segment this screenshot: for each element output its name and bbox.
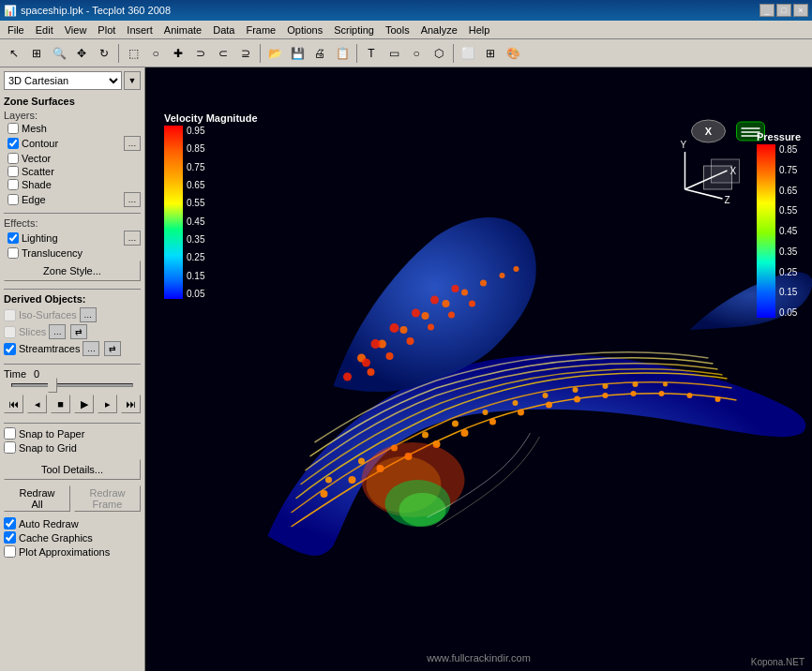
- toolbar-zoom-box[interactable]: ⊞: [26, 43, 47, 64]
- close-button[interactable]: ×: [793, 4, 808, 17]
- toolbar-select[interactable]: ⬚: [123, 43, 143, 64]
- mesh-checkbox[interactable]: [8, 123, 19, 134]
- cb-right-val-2: 0.75: [779, 165, 797, 175]
- time-slider-track[interactable]: [11, 383, 133, 387]
- toolbar-color[interactable]: 🎨: [503, 43, 523, 64]
- svg-point-33: [461, 290, 468, 296]
- menu-analyze[interactable]: Analyze: [415, 22, 463, 37]
- zone-style-button[interactable]: Zone Style...: [4, 261, 141, 281]
- play-button[interactable]: ▶: [74, 395, 94, 413]
- cb-left-val-2: 0.85: [187, 143, 204, 154]
- toolbar-rotate[interactable]: ↻: [94, 43, 114, 64]
- menu-data[interactable]: Data: [207, 22, 240, 37]
- skip-fwd-button[interactable]: ⏭: [121, 395, 141, 413]
- toolbar-st2[interactable]: ⊂: [213, 43, 233, 64]
- vector-label[interactable]: Vector: [22, 153, 51, 164]
- maximize-button[interactable]: □: [776, 4, 791, 17]
- menu-help[interactable]: Help: [463, 22, 496, 37]
- edge-checkbox[interactable]: [8, 194, 19, 205]
- svg-point-34: [480, 280, 487, 287]
- toolbar-grid[interactable]: ⊞: [480, 43, 501, 64]
- iso-surfaces-checkbox[interactable]: [4, 309, 16, 321]
- menu-options[interactable]: Options: [281, 22, 328, 37]
- mesh-label[interactable]: Mesh: [22, 123, 47, 134]
- toolbar-save[interactable]: 💾: [287, 43, 308, 64]
- redraw-frame-button[interactable]: RedrawFrame: [74, 485, 141, 512]
- menu-plot[interactable]: Plot: [92, 22, 121, 37]
- menu-scripting[interactable]: Scripting: [328, 22, 380, 37]
- skip-back-button[interactable]: ⏮: [4, 395, 23, 413]
- toolbar-geom2[interactable]: ○: [406, 43, 427, 64]
- stop-button[interactable]: ■: [51, 395, 70, 413]
- vector-checkbox[interactable]: [8, 153, 19, 164]
- lighting-label[interactable]: Lighting: [22, 232, 58, 244]
- streamtraces-button[interactable]: …: [83, 341, 99, 356]
- menu-edit[interactable]: Edit: [30, 22, 59, 37]
- streamtraces-extra-button[interactable]: ⇄: [104, 341, 121, 356]
- scatter-label[interactable]: Scatter: [22, 166, 54, 177]
- translucency-label[interactable]: Translucency: [22, 247, 83, 259]
- shade-label[interactable]: Shade: [22, 179, 52, 190]
- visualization-area[interactable]: X X Y Z Velocity Magnitude: [145, 67, 812, 671]
- toolbar-text[interactable]: T: [361, 43, 382, 64]
- svg-point-27: [663, 382, 668, 387]
- menu-file[interactable]: File: [2, 22, 30, 37]
- menu-frame[interactable]: Frame: [240, 22, 281, 37]
- slices-checkbox[interactable]: [4, 326, 16, 338]
- menu-insert[interactable]: Insert: [121, 22, 158, 37]
- prev-button[interactable]: ◂: [27, 395, 47, 413]
- shade-checkbox[interactable]: [8, 179, 19, 190]
- toolbar-frame[interactable]: ⬜: [458, 43, 478, 64]
- edge-options-button[interactable]: …: [124, 192, 141, 207]
- svg-point-26: [633, 381, 639, 387]
- contour-checkbox[interactable]: [8, 138, 19, 149]
- toolbar-st1[interactable]: ⊃: [190, 43, 211, 64]
- toolbar-probe[interactable]: ✚: [168, 43, 188, 64]
- menu-animate[interactable]: Animate: [158, 22, 207, 37]
- toolbar-geom3[interactable]: ⬡: [429, 43, 449, 64]
- auto-redraw-checkbox[interactable]: [4, 517, 16, 529]
- tool-details-button[interactable]: Tool Details...: [4, 459, 141, 480]
- translucency-checkbox[interactable]: [8, 247, 19, 259]
- view-mode-arrow[interactable]: ▼: [124, 71, 141, 90]
- menu-tools[interactable]: Tools: [380, 22, 415, 37]
- lighting-options-button[interactable]: …: [124, 231, 141, 246]
- lighting-checkbox[interactable]: [8, 232, 19, 244]
- next-button[interactable]: ▸: [98, 395, 117, 413]
- toolbar-translate[interactable]: ✥: [71, 43, 92, 64]
- toolbar-arrow[interactable]: ↖: [4, 43, 24, 64]
- scatter-checkbox[interactable]: [8, 166, 19, 177]
- snap-to-grid-checkbox[interactable]: [4, 441, 16, 454]
- minimize-button[interactable]: _: [759, 4, 774, 17]
- cache-graphics-label[interactable]: Cache Graphics: [19, 532, 93, 544]
- svg-point-9: [546, 402, 552, 409]
- menu-view[interactable]: View: [59, 22, 93, 37]
- toolbar-lasso[interactable]: ○: [145, 43, 166, 64]
- auto-redraw-label[interactable]: Auto Redraw: [19, 518, 79, 529]
- snap-to-grid-label[interactable]: Snap to Grid: [19, 442, 77, 454]
- view-mode-select[interactable]: 3D Cartesian 2D Cartesian 3D Polar: [4, 71, 122, 90]
- cache-graphics-checkbox[interactable]: [4, 531, 16, 544]
- streamtraces-label[interactable]: Streamtraces: [19, 343, 80, 354]
- effects-divider: [4, 213, 141, 214]
- edge-label[interactable]: Edge: [22, 194, 46, 205]
- window-controls[interactable]: _ □ ×: [759, 4, 808, 17]
- snap-to-paper-label[interactable]: Snap to Paper: [19, 428, 84, 440]
- main-area: 3D Cartesian 2D Cartesian 3D Polar ▼ Zon…: [0, 67, 812, 671]
- svg-point-44: [390, 323, 399, 333]
- toolbar-copy[interactable]: 📋: [332, 43, 353, 64]
- streamtraces-checkbox[interactable]: [4, 343, 16, 355]
- effect-lighting-row: Lighting …: [4, 231, 141, 246]
- toolbar-st3[interactable]: ⊇: [235, 43, 256, 64]
- snap-to-paper-checkbox[interactable]: [4, 427, 16, 440]
- redraw-all-button[interactable]: RedrawAll: [4, 485, 70, 512]
- toolbar-open[interactable]: 📂: [264, 43, 285, 64]
- toolbar-geom1[interactable]: ▭: [383, 43, 404, 64]
- toolbar-magnify[interactable]: 🔍: [49, 43, 69, 64]
- contour-options-button[interactable]: …: [124, 136, 141, 151]
- time-slider-thumb[interactable]: [48, 378, 57, 393]
- plot-approximations-label[interactable]: Plot Approximations: [19, 546, 110, 558]
- contour-label[interactable]: Contour: [22, 138, 58, 149]
- plot-approximations-checkbox[interactable]: [4, 545, 16, 558]
- toolbar-print[interactable]: 🖨: [309, 43, 330, 64]
